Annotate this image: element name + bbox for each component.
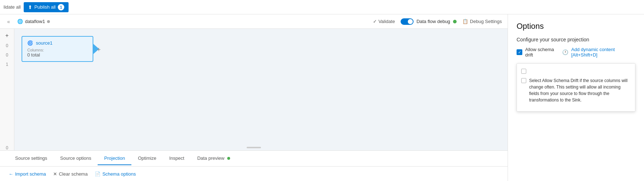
schema-drift-dropdown: Select Allow Schema Drift if the source … bbox=[517, 63, 635, 112]
debug-toggle[interactable] bbox=[401, 18, 414, 25]
center-area: « 🌐 dataflow1 ✓ Validate Data flow debug… bbox=[0, 14, 508, 181]
add-icon[interactable]: + bbox=[5, 32, 9, 39]
canvas-num-1: 1 bbox=[6, 62, 8, 67]
canvas-num-0b: 0 bbox=[6, 53, 8, 58]
debug-settings-label: Debug Settings bbox=[470, 19, 502, 24]
top-bar: lidate all ⬆ Publish all 1 bbox=[0, 0, 644, 14]
add-step-button[interactable]: + bbox=[97, 46, 101, 54]
debug-settings-button[interactable]: 📋 Debug Settings bbox=[462, 19, 502, 24]
publish-all-button[interactable]: ⬆ Publish all 1 bbox=[24, 2, 69, 12]
import-schema-icon: ← bbox=[9, 171, 13, 177]
source-node-columns-label: Columns: bbox=[27, 48, 88, 52]
tab-optimize[interactable]: Optimize bbox=[131, 152, 163, 165]
tab-projection[interactable]: Projection bbox=[98, 152, 131, 165]
import-schema-label: Import schema bbox=[15, 171, 46, 177]
tabs-row: Source settings Source options Projectio… bbox=[0, 151, 508, 167]
debug-label: Data flow debug bbox=[416, 19, 450, 24]
add-dynamic-content-link[interactable]: Add dynamic content [Alt+Shift+D] bbox=[571, 47, 635, 58]
dataflow-icon: 🌐 bbox=[17, 19, 23, 24]
tab-inspect[interactable]: Inspect bbox=[163, 152, 191, 165]
publish-badge: 1 bbox=[58, 4, 64, 10]
checkbox-row-1 bbox=[521, 68, 631, 74]
collapse-button[interactable]: « bbox=[6, 18, 11, 25]
sub-toolbar: ← Import schema ✕ Clear schema 📄 Schema … bbox=[0, 167, 508, 181]
import-schema-button[interactable]: ← Import schema bbox=[9, 171, 46, 177]
checkmark-icon: ✓ bbox=[373, 19, 377, 24]
options-subtitle: Configure your source projection bbox=[517, 37, 635, 42]
source-node-icon: 🌀 bbox=[27, 40, 33, 46]
schema-options-icon: 📄 bbox=[95, 171, 101, 177]
clipboard-icon: 📋 bbox=[462, 19, 468, 24]
debug-status-dot bbox=[453, 20, 457, 23]
dataflow-name-container: 🌐 dataflow1 bbox=[17, 19, 50, 24]
options-title: Options bbox=[517, 22, 635, 31]
clear-schema-icon: ✕ bbox=[53, 171, 57, 177]
bottom-tabs-area: Source settings Source options Projectio… bbox=[0, 150, 508, 181]
schema-options-label: Schema options bbox=[102, 171, 136, 177]
debug-toggle-area: Data flow debug bbox=[401, 18, 457, 25]
dataflow-name-label: dataflow1 bbox=[25, 19, 45, 24]
clear-schema-button[interactable]: ✕ Clear schema bbox=[53, 171, 88, 177]
publish-upload-icon: ⬆ bbox=[28, 4, 32, 10]
dropdown-description: Select Allow Schema Drift if the source … bbox=[529, 77, 631, 103]
tab-source-options[interactable]: Source options bbox=[54, 152, 98, 165]
source-node[interactable]: 🌀 source1 Columns: 0 total bbox=[22, 36, 93, 62]
allow-schema-row: Allow schema drift 🕐 Add dynamic content… bbox=[517, 47, 635, 58]
clock-icon[interactable]: 🕐 bbox=[562, 49, 568, 55]
canvas-area: + 0 0 1 0 🌀 source1 Columns: 0 total + bbox=[0, 29, 508, 150]
canvas-num-0c: 0 bbox=[6, 145, 8, 150]
validate-button[interactable]: ✓ Validate bbox=[373, 19, 395, 24]
schema-options-button[interactable]: 📄 Schema options bbox=[95, 171, 136, 177]
dataflow-status-dot bbox=[47, 20, 50, 23]
checkbox-option-1[interactable] bbox=[521, 69, 526, 74]
clear-schema-label: Clear schema bbox=[59, 171, 88, 177]
checkbox-option-2[interactable] bbox=[521, 78, 526, 83]
canvas-left-toolbar: + 0 0 1 0 bbox=[0, 29, 14, 150]
allow-schema-checkbox[interactable] bbox=[517, 49, 522, 55]
right-panel: Options Configure your source projection… bbox=[508, 14, 644, 181]
main-layout: « 🌐 dataflow1 ✓ Validate Data flow debug… bbox=[0, 14, 644, 181]
source-node-name: source1 bbox=[36, 40, 52, 46]
canvas-num-0a: 0 bbox=[6, 43, 8, 48]
publish-all-label: Publish all bbox=[34, 4, 56, 10]
source-node-columns-count: 0 total bbox=[27, 52, 88, 58]
drag-handle[interactable] bbox=[247, 147, 261, 148]
data-preview-dot bbox=[227, 157, 230, 160]
second-toolbar: « 🌐 dataflow1 ✓ Validate Data flow debug… bbox=[0, 14, 508, 29]
allow-schema-label: Allow schema drift bbox=[525, 47, 559, 58]
source-node-header: 🌀 source1 bbox=[27, 40, 88, 46]
tab-data-preview[interactable]: Data preview bbox=[191, 152, 237, 165]
validate-all-label: lidate all bbox=[4, 4, 21, 10]
checkbox-row-2: Select Allow Schema Drift if the source … bbox=[521, 77, 631, 103]
validate-label: Validate bbox=[378, 19, 395, 24]
tab-source-settings[interactable]: Source settings bbox=[9, 152, 54, 165]
